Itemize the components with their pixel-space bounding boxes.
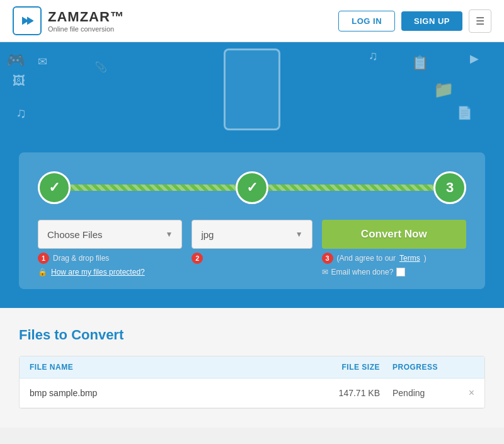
- col-size-header: FILE SIZE: [311, 363, 380, 372]
- col-progress-header: PROGRESS: [380, 363, 455, 372]
- drag-drop-hint: Drag & drop files: [53, 254, 109, 263]
- step-badge-1: 1: [38, 253, 49, 264]
- step-3-num: 3: [446, 179, 454, 196]
- doodle-icon: ▶: [470, 52, 479, 65]
- step-1-circle: ✓: [38, 171, 71, 204]
- doodle-icon: 📎: [94, 61, 107, 73]
- doodle-icon: 📄: [457, 105, 472, 120]
- step-line-1: [71, 185, 236, 191]
- doodle-icon: ♫: [369, 48, 378, 63]
- doodle-icon: 📋: [411, 55, 428, 71]
- format-select-button[interactable]: jpg ▼: [192, 220, 312, 249]
- convert-control-group: Convert Now 3 (And agree to our Terms ) …: [322, 220, 466, 276]
- files-section-title: Files to Convert: [19, 327, 485, 343]
- conversion-panel: ✓ ✓ 3 Choose Files ▼ 1 Drag & drop fi: [19, 152, 485, 289]
- doodle-icon: 📁: [433, 80, 454, 100]
- file-name: bmp sample.bmp: [30, 388, 311, 398]
- doodle-icon: ♫: [16, 105, 26, 122]
- menu-button[interactable]: ☰: [469, 9, 491, 33]
- file-size: 147.71 KB: [311, 388, 380, 398]
- zamzar-logo-icon: [13, 6, 42, 35]
- table-row: bmp sample.bmp 147.71 KB Pending ×: [20, 379, 484, 408]
- logo-area: ZAMZAR™ Online file conversion: [13, 6, 125, 35]
- logo-subtitle: Online file conversion: [48, 25, 125, 33]
- steps-progress: ✓ ✓ 3: [38, 171, 466, 204]
- controls-row: Choose Files ▼ 1 Drag & drop files 🔒 How…: [38, 220, 466, 276]
- protection-row: 🔒 How are my files protected?: [38, 268, 182, 276]
- doodle-icon: 🎮: [6, 52, 25, 69]
- conversion-panel-wrap: ✓ ✓ 3 Choose Files ▼ 1 Drag & drop fi: [0, 152, 504, 308]
- choose-files-arrow: ▼: [166, 230, 173, 239]
- doodle-icon: 🖼: [13, 74, 25, 88]
- format-label: jpg: [201, 229, 214, 240]
- remove-file-button[interactable]: ×: [455, 387, 474, 399]
- table-header: FILE NAME FILE SIZE PROGRESS: [20, 356, 484, 379]
- step-line-2: [268, 185, 433, 191]
- email-label: Email when done?: [331, 268, 394, 276]
- logo-text: ZAMZAR™ Online file conversion: [48, 9, 125, 33]
- choose-files-label: Choose Files: [47, 229, 103, 240]
- doodle-icon: ✉: [38, 55, 47, 69]
- choose-files-button[interactable]: Choose Files ▼: [38, 220, 182, 249]
- email-row: ✉ Email when done?: [322, 268, 466, 276]
- col-name-header: FILE NAME: [30, 363, 311, 372]
- header: ZAMZAR™ Online file conversion LOG IN SI…: [0, 0, 504, 42]
- format-arrow: ▼: [295, 230, 303, 239]
- files-table: FILE NAME FILE SIZE PROGRESS bmp sample.…: [19, 356, 485, 409]
- files-title-plain: Files to: [19, 327, 71, 343]
- logo-name: ZAMZAR™: [48, 9, 125, 25]
- files-hint-row: 1 Drag & drop files: [38, 253, 182, 264]
- terms-link[interactable]: Terms: [399, 254, 420, 263]
- files-title-accent: Convert: [71, 327, 123, 343]
- step-3-circle: 3: [433, 171, 466, 204]
- format-control-group: jpg ▼ 2: [192, 220, 312, 276]
- agree-text: (And agree to our: [337, 254, 396, 263]
- files-section: Files to Convert FILE NAME FILE SIZE PRO…: [0, 308, 504, 428]
- signup-button[interactable]: SIGN UP: [401, 11, 462, 31]
- tablet-doodle: [224, 48, 280, 130]
- convert-hint-row: 3 (And agree to our Terms ): [322, 253, 466, 264]
- protection-link[interactable]: How are my files protected?: [51, 268, 145, 276]
- step-2-circle: ✓: [236, 171, 268, 204]
- format-hint-row: 2: [192, 253, 312, 264]
- step-1-check: ✓: [49, 179, 60, 196]
- email-icon: ✉: [322, 268, 328, 276]
- email-checkbox[interactable]: [396, 268, 405, 276]
- logo-svg: [18, 12, 36, 30]
- files-control-group: Choose Files ▼ 1 Drag & drop files 🔒 How…: [38, 220, 182, 276]
- convert-now-button[interactable]: Convert Now: [322, 220, 466, 249]
- agree-close: ): [424, 254, 427, 263]
- header-nav: LOG IN SIGN UP ☰: [338, 9, 491, 33]
- step-badge-3: 3: [322, 253, 333, 264]
- login-button[interactable]: LOG IN: [338, 11, 395, 31]
- lock-icon: 🔒: [38, 268, 47, 276]
- step-badge-2: 2: [192, 253, 203, 264]
- hero-banner: 🎮 ✉ 🖼 ♫ 📎 ♫ 📋 📁 📄 ▶: [0, 42, 504, 152]
- step-2-check: ✓: [246, 179, 258, 196]
- file-progress: Pending: [380, 388, 455, 398]
